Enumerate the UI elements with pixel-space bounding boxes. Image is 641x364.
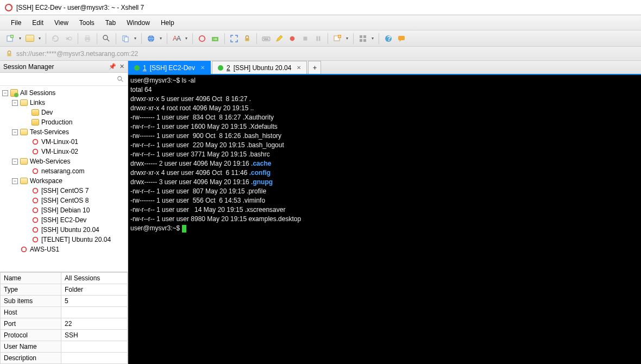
prop-row: User Name bbox=[1, 341, 128, 353]
menu-help[interactable]: Help bbox=[156, 17, 179, 29]
svg-rect-6 bbox=[86, 40, 89, 41]
disconnect-icon[interactable] bbox=[64, 34, 73, 43]
tree-item[interactable]: [SSH] EC2-Dev bbox=[1, 215, 127, 225]
toolbar-sep bbox=[379, 33, 379, 44]
session-swirl-icon bbox=[32, 236, 39, 243]
terminal-cursor bbox=[182, 225, 186, 233]
help-icon[interactable]: ? bbox=[384, 34, 393, 43]
svg-rect-5 bbox=[86, 36, 89, 37]
toolbar-sep bbox=[46, 33, 46, 44]
tab-close-icon[interactable]: ✕ bbox=[297, 65, 301, 71]
xftp-icon[interactable] bbox=[210, 34, 220, 43]
tree-web-services[interactable]: −Web-Services bbox=[1, 156, 127, 166]
copy-icon[interactable] bbox=[121, 34, 130, 43]
tab-close-icon[interactable]: ✕ bbox=[200, 65, 205, 71]
svg-point-7 bbox=[103, 35, 108, 40]
tree-item[interactable]: Dev bbox=[1, 108, 127, 117]
session-swirl-icon bbox=[32, 226, 39, 234]
status-dot-icon bbox=[134, 65, 140, 71]
stop-icon[interactable] bbox=[300, 34, 310, 43]
tree-item[interactable]: [SSH] CentOS 8 bbox=[1, 196, 127, 205]
tree-links[interactable]: −Links bbox=[1, 98, 127, 108]
close-panel-icon[interactable]: ✕ bbox=[120, 63, 124, 70]
menu-tools[interactable]: Tools bbox=[75, 17, 99, 29]
open-folder-icon[interactable] bbox=[25, 34, 35, 43]
new-session-dropdown[interactable] bbox=[18, 34, 22, 43]
lock-icon[interactable] bbox=[242, 34, 252, 43]
new-window-dropdown[interactable] bbox=[345, 34, 349, 43]
terminal-line: -rw------- 1 user user 834 Oct 8 16:27 .… bbox=[130, 114, 274, 121]
menu-file[interactable]: File bbox=[7, 17, 26, 29]
terminal-line: -rw-r--r-- 1 user user 8980 May 20 19:15… bbox=[130, 215, 301, 223]
terminal-prompt: user@mysvr3:~$ bbox=[130, 77, 182, 84]
tree-aws[interactable]: AWS-US1 bbox=[1, 244, 127, 254]
highlight-icon[interactable] bbox=[274, 34, 284, 43]
tree-item[interactable]: [SSH] Debian 10 bbox=[1, 205, 127, 215]
record-icon[interactable] bbox=[287, 34, 297, 43]
globe-dropdown[interactable] bbox=[159, 34, 162, 43]
menu-view[interactable]: View bbox=[50, 17, 73, 29]
tree-item[interactable]: [SSH] CentOS 7 bbox=[1, 186, 127, 196]
find-icon[interactable] bbox=[102, 34, 111, 43]
tree-item[interactable]: netsarang.com bbox=[1, 166, 127, 176]
toolbar-sep bbox=[353, 33, 354, 44]
feedback-icon[interactable] bbox=[397, 34, 406, 43]
session-swirl-icon bbox=[32, 167, 39, 175]
fullscreen-icon[interactable] bbox=[229, 34, 239, 43]
svg-rect-33 bbox=[398, 36, 405, 40]
pin-icon[interactable]: 📌 bbox=[109, 63, 116, 70]
open-folder-dropdown[interactable] bbox=[38, 34, 41, 43]
menu-tab[interactable]: Tab bbox=[101, 17, 120, 29]
xshell-icon[interactable] bbox=[197, 34, 207, 43]
copy-dropdown[interactable] bbox=[134, 34, 137, 43]
terminal-dir: .config bbox=[249, 169, 271, 177]
terminal-line: drwxr-xr-x 5 user user 4096 Oct 8 16:27 … bbox=[130, 95, 251, 103]
svg-rect-28 bbox=[363, 35, 366, 38]
session-properties: NameAll Sessions TypeFolder Sub items5 H… bbox=[0, 272, 128, 364]
tree-root[interactable]: −All Sessions bbox=[1, 88, 127, 98]
session-search[interactable] bbox=[0, 73, 128, 86]
print-icon[interactable] bbox=[83, 34, 92, 43]
tab-ec2-dev[interactable]: 1 [SSH] EC2-Dev ✕ bbox=[128, 61, 211, 74]
tile-dropdown[interactable] bbox=[371, 34, 374, 43]
session-manager-header: Session Manager 📌 ✕ bbox=[0, 61, 128, 73]
toolbar-sep bbox=[78, 33, 78, 44]
tree-item[interactable]: VM-Linux-02 bbox=[1, 147, 127, 156]
terminal-line: drwx------ 3 user user 4096 May 20 19:16 bbox=[130, 178, 251, 186]
font-dropdown[interactable] bbox=[185, 34, 188, 43]
tab-label: [SSH] Ubuntu 20.04 bbox=[234, 64, 292, 72]
tree-item[interactable]: [SSH] Ubuntu 20.04 bbox=[1, 225, 127, 235]
prop-row: Sub items5 bbox=[1, 296, 128, 307]
session-swirl-icon bbox=[20, 246, 28, 253]
new-session-icon[interactable] bbox=[5, 34, 15, 43]
address-bar[interactable]: ssh://user:****@mysvr3.netsarang.com:22 bbox=[0, 47, 641, 61]
tree-item[interactable]: [TELNET] Ubuntu 20.04 bbox=[1, 235, 127, 244]
terminal-line: -rw-r--r-- 1 user user 220 May 20 19:15 … bbox=[130, 141, 284, 149]
new-window-icon[interactable] bbox=[332, 34, 342, 43]
pause-icon[interactable] bbox=[313, 34, 323, 43]
lock-icon bbox=[5, 50, 13, 58]
reconnect-icon[interactable] bbox=[51, 34, 60, 43]
globe-icon[interactable] bbox=[146, 34, 156, 43]
toolbar-sep bbox=[256, 33, 257, 44]
tab-ubuntu[interactable]: 2 [SSH] Ubuntu 20.04 ✕ bbox=[212, 61, 307, 74]
titlebar: [SSH] EC2-Dev - user@mysvr3: ~ - Xshell … bbox=[0, 0, 641, 15]
tree-item[interactable]: Production bbox=[1, 117, 127, 127]
keyboard-icon[interactable] bbox=[261, 34, 271, 43]
font-icon[interactable]: AA bbox=[172, 34, 181, 43]
menu-edit[interactable]: Edit bbox=[28, 17, 48, 29]
terminal-dir: .gnupg bbox=[251, 178, 273, 186]
menu-window[interactable]: Window bbox=[122, 17, 154, 29]
terminal[interactable]: user@mysvr3:~$ ls -al total 64 drwxr-xr-… bbox=[128, 75, 641, 364]
svg-rect-30 bbox=[363, 39, 366, 42]
toolbar-sep bbox=[167, 33, 167, 44]
tab-add-button[interactable]: + bbox=[308, 61, 321, 74]
svg-rect-19 bbox=[267, 38, 268, 39]
tree-item[interactable]: VM-Linux-01 bbox=[1, 137, 127, 147]
tile-icon[interactable] bbox=[358, 34, 368, 43]
svg-point-44 bbox=[33, 237, 38, 242]
tab-number: 1 bbox=[143, 64, 147, 72]
tree-workspace[interactable]: −Workspace bbox=[1, 176, 127, 186]
tree-test-services[interactable]: −Test-Services bbox=[1, 127, 127, 137]
svg-point-36 bbox=[33, 140, 38, 145]
